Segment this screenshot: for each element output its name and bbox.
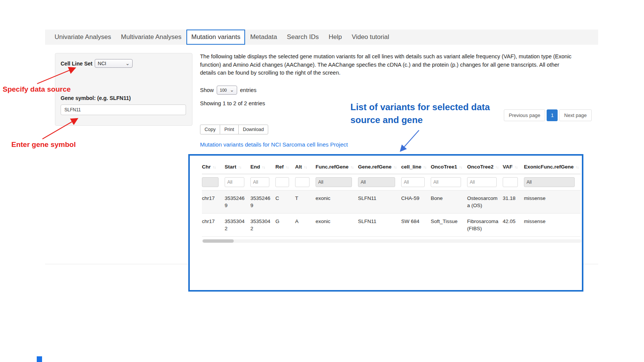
column-header-gene-refgene[interactable]: Gene.refGene↑↓ [358,159,401,174]
sort-icon[interactable]: ↑↓ [394,165,397,169]
cell-line-set-label: Cell Line Set [61,61,92,67]
table-cell: Bone [431,190,467,214]
tab-univariate-analyses[interactable]: Univariate Analyses [50,30,116,45]
sort-icon[interactable]: ↑↓ [262,165,265,169]
column-header-alt[interactable]: Alt↑↓ [295,159,316,174]
arrow-list-of-variants [401,130,419,151]
table-row[interactable]: chr173535304235353042GAexonicSLFN11SW 68… [202,214,581,237]
filter-input-func-refgene[interactable] [316,177,352,187]
table-description: The following table displays the selecte… [200,53,577,77]
table-cell: Soft_Tissue [431,214,467,237]
column-header-oncotree2[interactable]: OncoTree2↑↓ [467,159,503,174]
table-cell: 35353042 [225,214,250,237]
current-page-button[interactable]: 1 [547,109,558,121]
filter-input-end[interactable] [250,177,269,187]
table-cell: 35352469 [225,190,250,214]
sort-icon[interactable]: ↑↓ [423,165,426,169]
column-header-ref[interactable]: Ref↑↓ [275,159,295,174]
filter-input-oncotree2[interactable] [467,177,497,187]
sort-icon[interactable]: ↑↓ [304,165,307,169]
filter-input-alt[interactable] [295,177,309,187]
column-header-func-refgene[interactable]: Func.refGene↑↓ [316,159,358,174]
filter-input-cell-line[interactable] [401,177,425,187]
control-panel: Cell Line Set NCI ⌄ Gene symbol: (e.g. S… [55,53,192,126]
tab-video-tutorial[interactable]: Video tutorial [347,30,394,45]
tab-metadata[interactable]: Metadata [245,30,282,45]
column-label: Gene.refGene [358,164,392,170]
column-header-end[interactable]: End↑↓ [250,159,275,174]
sort-icon[interactable]: ↑↓ [286,165,289,169]
sort-icon[interactable]: ↑↓ [575,165,578,169]
column-label: Func.refGene [316,164,349,170]
column-label: Ref [275,164,284,170]
column-header-exonicfunc-refgene[interactable]: ExonicFunc.refGene↑↓ [524,159,581,174]
table-cell: 31.18 [503,190,524,214]
table-row[interactable]: chr173535246935352469CTexonicSLFN11CHA-5… [202,190,581,214]
column-label: End [250,164,260,170]
sort-icon[interactable]: ↑↓ [459,165,462,169]
column-label: cell_line [401,164,421,170]
table-cell: 42.05 [503,214,524,237]
column-header-oncotree1[interactable]: OncoTree1↑↓ [431,159,467,174]
column-label: OncoTree1 [431,164,457,170]
annotation-enter-gene-symbol: Enter gene symbol [11,140,76,149]
entries-select[interactable]: 100 ⌄ [217,86,237,95]
column-label: OncoTree2 [467,164,494,170]
filter-input-chr[interactable] [202,177,219,187]
showing-entries-text: Showing 1 to 2 of 2 entries [200,100,265,106]
copy-button[interactable]: Copy [200,125,220,134]
table-cell: missense [524,190,581,214]
horizontal-scrollbar[interactable] [202,239,581,243]
table-filter-row [202,174,581,190]
chevron-down-icon: ⌄ [230,88,234,92]
filter-input-exonicfunc-refgene[interactable] [524,177,575,187]
table-cell: T [295,190,316,214]
table-header-row: Chr↑↓Start↑↓End↑↓Ref↑↓Alt↑↓Func.refGene↑… [202,159,581,174]
filter-input-start[interactable] [225,177,244,187]
entries-value: 100 [220,88,227,92]
tab-search-ids[interactable]: Search IDs [282,30,324,45]
table-cell: A [295,214,316,237]
next-page-button[interactable]: Next page [559,109,591,121]
sort-icon[interactable]: ↑↓ [496,165,499,169]
cell-line-set-value: NCI [98,61,106,66]
entries-label: entries [240,87,257,93]
column-header-cell-line[interactable]: cell_line↑↓ [401,159,431,174]
table-cell: exonic [316,190,358,214]
show-entries-control: Show 100 ⌄ entries [200,86,256,95]
filter-input-vaf[interactable] [503,177,518,187]
previous-page-button[interactable]: Previous page [504,109,545,121]
show-label: Show [200,87,214,93]
tab-help[interactable]: Help [324,30,347,45]
table-cell: Fibrosarcoma (FIBS) [467,214,503,237]
table-cell: 35353042 [250,214,275,237]
tab-multivariate-analyses[interactable]: Multivariate Analyses [116,30,186,45]
download-button[interactable]: Download [238,125,269,134]
table-cell: missense [524,214,581,237]
print-button[interactable]: Print [220,125,239,134]
sort-icon[interactable]: ↑↓ [213,165,216,169]
filter-input-oncotree1[interactable] [431,177,461,187]
column-header-vaf[interactable]: VAF↑↓ [503,159,524,174]
sort-icon[interactable]: ↑↓ [514,165,517,169]
column-header-start[interactable]: Start↑↓ [225,159,250,174]
filter-input-ref[interactable] [275,177,289,187]
table-cell: SLFN11 [358,190,401,214]
table-cell: chr17 [202,214,225,237]
gene-symbol-input[interactable] [61,105,186,115]
sort-icon[interactable]: ↑↓ [350,165,353,169]
table-cell: G [275,214,295,237]
table-body: chr173535246935352469CTexonicSLFN11CHA-5… [202,190,581,237]
scrollbar-thumb[interactable] [203,239,234,243]
table-cell: C [275,190,295,214]
annotation-specify-data-source: Specify data source [3,85,71,94]
gene-symbol-label: Gene symbol: (e.g. SLFN11) [61,95,187,101]
filter-input-gene-refgene[interactable] [358,177,395,187]
column-label: Alt [295,164,302,170]
column-header-chr[interactable]: Chr↑↓ [202,159,225,174]
column-label: Chr [202,164,211,170]
sort-icon[interactable]: ↑↓ [238,165,241,169]
table-cell: SLFN11 [358,214,401,237]
cell-line-set-select[interactable]: NCI ⌄ [95,59,133,68]
tab-mutation-variants[interactable]: Mutation variants [186,30,245,45]
